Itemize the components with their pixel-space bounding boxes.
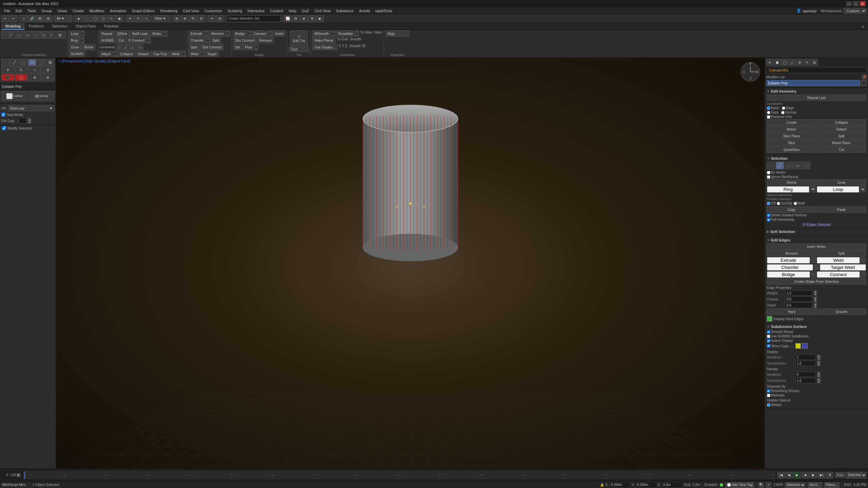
weld-dropdown2[interactable]: ▼ [201, 51, 205, 57]
menu-file[interactable]: File [1, 8, 13, 14]
menu-civil-view2[interactable]: Civil View [312, 8, 333, 14]
constraint-normal-radio[interactable] [781, 111, 785, 114]
tab-modeling[interactable]: Modeling [1, 23, 25, 30]
extrude-edge-btn[interactable]: Extrude [767, 257, 810, 263]
qslice-btn[interactable]: QSlice [115, 31, 129, 37]
connect-edge-btn[interactable]: Connect [817, 271, 860, 278]
scale-btn[interactable]: ⤡ [142, 15, 150, 22]
menu-help[interactable]: Help [286, 8, 299, 14]
mirror-btn[interactable]: ⇔ [208, 15, 215, 22]
zoom-in-btn[interactable]: + [766, 482, 771, 488]
soft-sel-collapse[interactable]: ▶ [767, 230, 769, 233]
move-lp-btn[interactable]: ✛ [1, 66, 14, 73]
circle-select-btn[interactable]: ◯ [91, 15, 99, 22]
dist-connect-btn2[interactable]: Dist Connect [233, 37, 256, 43]
object-name-input[interactable]: Cylinder001 [766, 67, 867, 73]
x-input[interactable] [610, 482, 630, 488]
turn-btn[interactable]: Turn [289, 47, 309, 52]
rp-icon-7[interactable]: ⊞ [811, 59, 818, 66]
loop-btn[interactable]: Loop [69, 31, 80, 37]
constraint-none-radio[interactable] [767, 106, 770, 110]
by-vertex-checkbox[interactable] [767, 171, 770, 174]
weld-btn2[interactable]: Weld [189, 51, 200, 57]
sel-collapse-arrow[interactable]: ▼ [767, 157, 770, 160]
remove-btn2[interactable]: Remove [257, 37, 274, 43]
target-weld-btn[interactable]: Target Weld [820, 264, 866, 271]
cage-color-1[interactable] [795, 343, 801, 349]
bridge-edge-btn[interactable]: Bridge [767, 271, 810, 278]
modifier-list-item[interactable]: Editable Poly [766, 80, 860, 86]
tessellate-dropdown[interactable]: ▼ [355, 31, 359, 37]
weld-dropdown[interactable]: ▼ [182, 51, 186, 57]
rp-icon-5[interactable]: ⚙ [796, 59, 803, 66]
constraint-normal-btn[interactable]: ⊥ [136, 44, 143, 50]
cap-poly-btn[interactable]: Cap Poly [151, 51, 169, 57]
create-selection-set-input[interactable]: Create Selection Set [227, 15, 281, 22]
material-editor-btn[interactable]: ◈ [300, 15, 308, 22]
spin-btn[interactable]: Spin [189, 44, 199, 50]
disp-iter-spinner[interactable]: ▲ ▼ [817, 354, 821, 360]
paste-sel-btn[interactable]: Paste [817, 207, 866, 213]
materials-checkbox[interactable] [767, 394, 770, 397]
add-time-tag-btn[interactable]: 🕐 Add Time Tag [725, 482, 754, 488]
render-smooth-spinner[interactable]: ▲ ▼ [817, 378, 821, 383]
menu-animation[interactable]: Animation [107, 8, 129, 14]
select-button[interactable]: ⊹ [20, 15, 27, 22]
undo-button[interactable]: ↩ [1, 15, 9, 22]
percent-snap-btn[interactable]: % [189, 15, 197, 22]
menu-civil-view[interactable]: Civil View [180, 8, 201, 14]
cut-geo-btn[interactable]: Cut [817, 147, 866, 153]
reset-plane-btn[interactable]: Reset Plane [817, 140, 866, 146]
set-key-btn2[interactable]: Set K... [808, 482, 822, 488]
detach-geo-btn[interactable]: Detach [817, 126, 866, 132]
grow-sel-btn[interactable]: Grow [817, 179, 866, 186]
menu-content[interactable]: Content [267, 8, 286, 14]
weight-spinner[interactable]: ▲ ▼ [814, 290, 817, 296]
menu-graph-editors[interactable]: Graph Editors [129, 8, 158, 14]
connect-edge-settings[interactable]: ⬛ [861, 271, 866, 277]
extrude-dropdown[interactable]: ▼ [205, 31, 209, 37]
pconnect-btn[interactable]: P Connect [127, 37, 147, 43]
coord-lock-icon[interactable]: 🔒 [600, 483, 604, 487]
viewport[interactable]: + [Perspective] [High Quality] [Edged Fa… [56, 58, 765, 474]
unlink-button[interactable]: ⛓ [36, 15, 44, 22]
menu-arnold[interactable]: Arnold [356, 8, 372, 14]
outline-btn[interactable]: ◻ [42, 31, 50, 39]
minimize-button[interactable]: ─ [846, 1, 852, 6]
extra-lp-btn2[interactable]: ⊗ [42, 74, 55, 81]
link-button[interactable]: 🔗 [28, 15, 36, 22]
sel-mode-1[interactable]: · [1, 59, 9, 66]
viewport-compass[interactable]: Y X -Y -X [740, 62, 760, 82]
set-key-dropdown[interactable]: Selected [846, 472, 867, 479]
paint-select-btn[interactable]: ◉ [116, 15, 123, 22]
similar-btn[interactable]: ≈ [50, 31, 58, 39]
auto-key-btn[interactable]: Auto [835, 472, 845, 478]
align-btn2[interactable]: Align [385, 31, 410, 37]
minimax-btn[interactable]: MAXScript Mini... [2, 483, 28, 487]
nurms-btn[interactable]: NURMS [69, 51, 85, 57]
close-button[interactable]: ✕ [860, 1, 865, 6]
set-btn[interactable]: Set [233, 44, 242, 50]
modify-selection-checkbox[interactable] [2, 126, 6, 130]
filter-dropdown[interactable]: All▼ [55, 15, 72, 22]
depth-spinner[interactable]: ▲ ▼ [814, 302, 817, 308]
zoom-out-btn[interactable]: 🔍 [758, 482, 764, 488]
bridge-btn[interactable]: Bridge [233, 31, 247, 37]
rotate-lp-btn[interactable]: ↻ [15, 66, 28, 73]
cut-btn[interactable]: Cut [117, 37, 126, 43]
curve-editor-btn[interactable]: 📈 [284, 15, 291, 22]
timeline-track[interactable]: 0 5 10 15 20 25 30 35 40 45 50 55 60 65 … [23, 471, 776, 479]
chamfer-edge-settings[interactable]: ⬛ [814, 264, 819, 270]
crease-spinner[interactable]: ▲ ▼ [814, 296, 817, 302]
menu-customize[interactable]: Customize [202, 8, 225, 14]
select-ring-btn[interactable]: ◯ [15, 74, 28, 81]
rp-icon-3[interactable]: ◯ [781, 59, 788, 66]
dot-gap-input[interactable] [16, 118, 26, 123]
tab-selection[interactable]: Selection [48, 23, 71, 30]
collapse-btn[interactable]: Collapse [118, 51, 135, 57]
tab-freeform[interactable]: Freeform [25, 23, 48, 30]
go-end-btn[interactable]: ▶| [818, 472, 825, 479]
sel-edge-icon[interactable]: ╱ [776, 162, 784, 169]
smooth-result-checkbox[interactable] [767, 330, 770, 334]
attach-btn[interactable]: Attach [99, 51, 113, 57]
